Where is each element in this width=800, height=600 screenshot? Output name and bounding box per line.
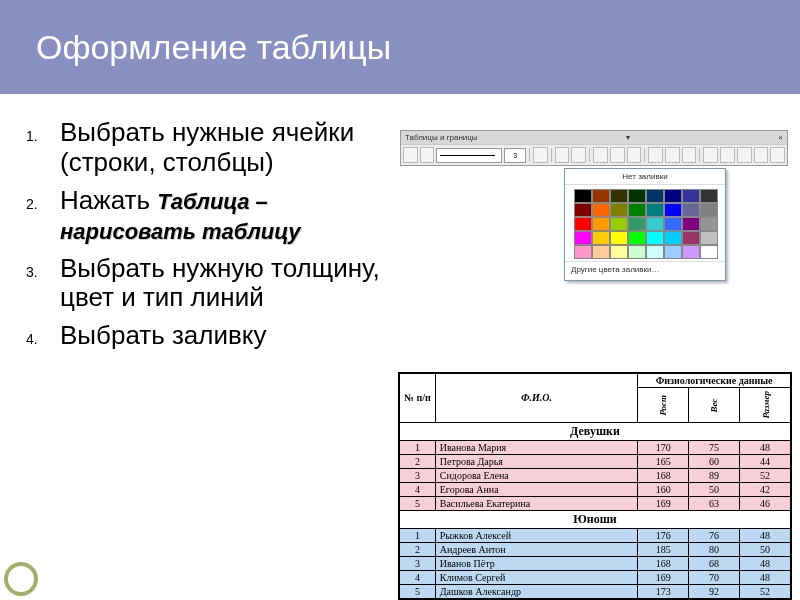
color-swatch[interactable] — [574, 231, 592, 245]
toolbar-titlebar[interactable]: Таблицы и границы ▾ × — [401, 131, 787, 144]
section-title: Юноши — [399, 510, 791, 528]
table-cell: 170 — [638, 440, 689, 454]
color-swatch[interactable] — [610, 189, 628, 203]
fill-color-dropdown: Нет заливки Другие цвета заливки… — [564, 168, 726, 281]
table-cell: 50 — [689, 482, 740, 496]
color-swatch[interactable] — [610, 217, 628, 231]
color-swatch[interactable] — [700, 189, 718, 203]
toolbar-row: 3 — [401, 144, 787, 165]
autosum-icon[interactable] — [770, 147, 785, 163]
color-swatch[interactable] — [610, 245, 628, 259]
line-width-select[interactable]: 3 — [504, 148, 526, 163]
header-num: № п/п — [399, 373, 435, 422]
fill-color-icon[interactable] — [571, 147, 586, 163]
split-cells-icon[interactable] — [627, 147, 642, 163]
table-cell: 48 — [740, 440, 791, 454]
table-cell: 3 — [399, 556, 435, 570]
color-swatch[interactable] — [592, 245, 610, 259]
color-swatch[interactable] — [610, 203, 628, 217]
color-swatch[interactable] — [664, 245, 682, 259]
table-cell: 70 — [689, 570, 740, 584]
eraser-icon[interactable] — [420, 147, 435, 163]
table-cell: 160 — [638, 482, 689, 496]
color-swatch[interactable] — [574, 189, 592, 203]
table-cell: Сидорова Елена — [435, 468, 637, 482]
separator — [529, 148, 530, 162]
color-swatch[interactable] — [574, 217, 592, 231]
color-swatch[interactable] — [646, 217, 664, 231]
table-cell: 80 — [689, 542, 740, 556]
section-title: Девушки — [399, 422, 791, 440]
insert-table-icon[interactable] — [593, 147, 608, 163]
header-rost: Рост — [638, 388, 689, 423]
color-swatch[interactable] — [700, 217, 718, 231]
table-cell: Васильева Екатерина — [435, 496, 637, 510]
table-cell: Иванов Пётр — [435, 556, 637, 570]
color-swatch[interactable] — [646, 189, 664, 203]
table-cell: 68 — [689, 556, 740, 570]
no-fill-option[interactable]: Нет заливки — [565, 169, 725, 185]
distribute-rows-icon[interactable] — [665, 147, 680, 163]
color-swatch[interactable] — [664, 189, 682, 203]
color-swatch[interactable] — [664, 217, 682, 231]
separator — [699, 148, 700, 162]
table-cell: 46 — [740, 496, 791, 510]
color-swatch[interactable] — [646, 231, 664, 245]
sort-asc-icon[interactable] — [737, 147, 752, 163]
table-cell: 92 — [689, 584, 740, 599]
color-swatch[interactable] — [664, 203, 682, 217]
merge-cells-icon[interactable] — [610, 147, 625, 163]
more-fill-colors-option[interactable]: Другие цвета заливки… — [565, 261, 725, 277]
list-text: Выбрать нужные ячейки (строки, столбцы) — [60, 117, 354, 177]
color-swatch[interactable] — [628, 231, 646, 245]
table-row: 4Климов Сергей1697048 — [399, 570, 791, 584]
table-row: 5Васильева Екатерина1696346 — [399, 496, 791, 510]
header-razmer: Размер — [740, 388, 791, 423]
table-cell: 50 — [740, 542, 791, 556]
table-row: 3Сидорова Елена1688952 — [399, 468, 791, 482]
color-swatch[interactable] — [592, 217, 610, 231]
list-text: Выбрать нужную толщину, цвет и тип линий — [60, 253, 380, 313]
color-swatch[interactable] — [682, 245, 700, 259]
color-swatch[interactable] — [700, 245, 718, 259]
color-swatch[interactable] — [628, 203, 646, 217]
slide: Оформление таблицы Выбрать нужные ячейки… — [0, 0, 800, 600]
table-cell: Рыжков Алексей — [435, 528, 637, 542]
list-prefix: Нажать — [60, 185, 157, 215]
color-swatch[interactable] — [628, 189, 646, 203]
color-swatch[interactable] — [700, 203, 718, 217]
color-swatch[interactable] — [646, 203, 664, 217]
toolbar-handle-icon[interactable]: ▾ — [626, 133, 630, 142]
color-swatch[interactable] — [682, 189, 700, 203]
autoformat-icon[interactable] — [703, 147, 718, 163]
list-item: Выбрать нужные ячейки (строки, столбцы) — [60, 118, 380, 178]
close-icon[interactable]: × — [778, 133, 783, 142]
pen-color-icon[interactable] — [533, 147, 548, 163]
color-swatch[interactable] — [610, 231, 628, 245]
color-swatch[interactable] — [592, 189, 610, 203]
color-swatch[interactable] — [682, 231, 700, 245]
line-style-select[interactable] — [436, 148, 502, 163]
border-icon[interactable] — [555, 147, 570, 163]
color-swatch[interactable] — [628, 245, 646, 259]
draw-table-icon[interactable] — [403, 147, 418, 163]
table-cell: 76 — [689, 528, 740, 542]
sort-desc-icon[interactable] — [754, 147, 769, 163]
list-item: Выбрать заливку — [60, 321, 380, 351]
color-swatch[interactable] — [682, 217, 700, 231]
color-swatch[interactable] — [682, 203, 700, 217]
color-swatch[interactable] — [700, 231, 718, 245]
color-swatch[interactable] — [664, 231, 682, 245]
color-swatch[interactable] — [574, 245, 592, 259]
tables-borders-toolbar: Таблицы и границы ▾ × 3 — [400, 130, 788, 166]
color-swatch[interactable] — [646, 245, 664, 259]
color-swatch[interactable] — [592, 203, 610, 217]
text-direction-icon[interactable] — [720, 147, 735, 163]
table-cell: 168 — [638, 556, 689, 570]
color-swatch[interactable] — [592, 231, 610, 245]
color-swatch[interactable] — [574, 203, 592, 217]
table-cell: 44 — [740, 454, 791, 468]
align-icon[interactable] — [648, 147, 663, 163]
color-swatch[interactable] — [628, 217, 646, 231]
distribute-cols-icon[interactable] — [682, 147, 697, 163]
